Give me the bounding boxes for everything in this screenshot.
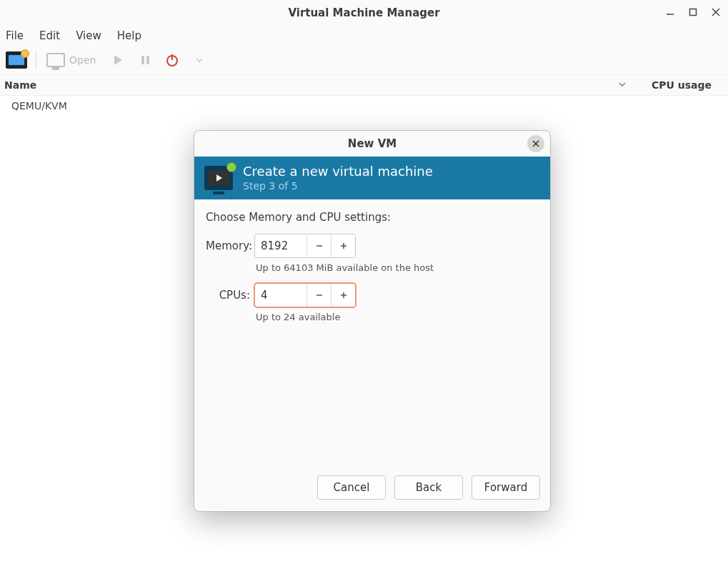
svg-marker-11 bbox=[216, 174, 222, 182]
memory-increment-button[interactable] bbox=[331, 234, 355, 257]
section-label: Choose Memory and CPU settings: bbox=[206, 211, 539, 224]
column-sort-indicator[interactable] bbox=[618, 79, 627, 91]
memory-hint: Up to 64103 MiB available on the host bbox=[254, 261, 539, 280]
monitor-icon bbox=[46, 53, 65, 67]
menu-file[interactable]: File bbox=[6, 29, 24, 42]
column-name-header[interactable]: Name bbox=[4, 79, 36, 91]
minimize-button[interactable] bbox=[664, 6, 677, 19]
svg-rect-5 bbox=[141, 56, 144, 64]
connection-name: QEMU/KVM bbox=[11, 100, 67, 112]
forward-button[interactable]: Forward bbox=[472, 475, 540, 500]
new-vm-icon bbox=[6, 51, 27, 69]
connection-row[interactable]: QEMU/KVM bbox=[0, 96, 728, 116]
menu-help[interactable]: Help bbox=[117, 29, 141, 42]
run-button[interactable] bbox=[106, 49, 130, 71]
chevron-down-icon bbox=[195, 56, 204, 64]
dialog-titlebar: New VM bbox=[194, 131, 550, 157]
cpus-decrement-button[interactable] bbox=[306, 284, 331, 307]
window-title: Virtual Machine Manager bbox=[288, 6, 439, 19]
cpus-spinbox[interactable] bbox=[254, 283, 356, 307]
menu-edit[interactable]: Edit bbox=[39, 29, 60, 42]
banner-step: Step 3 of 5 bbox=[243, 180, 433, 193]
cpus-input[interactable] bbox=[255, 284, 306, 307]
play-icon bbox=[111, 54, 124, 66]
new-vm-dialog: New VM Create a new virtual machine Step… bbox=[194, 130, 551, 512]
dialog-title: New VM bbox=[348, 137, 397, 150]
dialog-close-button[interactable] bbox=[527, 135, 544, 152]
minus-icon bbox=[315, 291, 324, 300]
dialog-body: Choose Memory and CPU settings: Memory: … bbox=[194, 199, 550, 471]
minus-icon bbox=[315, 242, 324, 250]
pause-icon bbox=[139, 54, 151, 66]
svg-rect-1 bbox=[690, 9, 697, 16]
toolbar: Open bbox=[0, 46, 728, 74]
memory-label: Memory: bbox=[206, 239, 254, 252]
memory-input[interactable] bbox=[255, 234, 306, 257]
cpus-hint: Up to 24 available bbox=[254, 310, 539, 330]
main-titlebar: Virtual Machine Manager bbox=[0, 0, 728, 26]
cpus-increment-button[interactable] bbox=[331, 284, 355, 307]
memory-spinbox[interactable] bbox=[254, 234, 356, 258]
close-icon bbox=[532, 140, 539, 147]
column-cpu-header[interactable]: CPU usage bbox=[635, 79, 728, 91]
menu-view[interactable]: View bbox=[76, 29, 101, 42]
dialog-footer: Cancel Back Forward bbox=[194, 471, 550, 511]
shutdown-button[interactable] bbox=[160, 49, 184, 71]
open-console-button[interactable] bbox=[44, 49, 68, 71]
plus-icon bbox=[339, 242, 348, 250]
cancel-button[interactable]: Cancel bbox=[317, 475, 386, 500]
pause-button[interactable] bbox=[133, 49, 157, 71]
maximize-button[interactable] bbox=[687, 6, 699, 19]
svg-marker-4 bbox=[114, 55, 122, 65]
shutdown-menu-button[interactable] bbox=[187, 49, 211, 71]
create-vm-icon bbox=[204, 166, 233, 190]
banner-heading: Create a new virtual machine bbox=[243, 164, 433, 180]
new-vm-button[interactable] bbox=[4, 49, 29, 71]
chevron-down-icon bbox=[618, 80, 627, 89]
close-button[interactable] bbox=[709, 6, 722, 19]
back-button[interactable]: Back bbox=[394, 475, 463, 500]
plus-icon bbox=[339, 291, 348, 300]
cpus-label: CPUs: bbox=[206, 289, 254, 302]
memory-decrement-button[interactable] bbox=[306, 234, 331, 257]
dialog-banner: Create a new virtual machine Step 3 of 5 bbox=[194, 157, 550, 199]
open-label: Open bbox=[69, 54, 96, 66]
svg-rect-6 bbox=[146, 56, 149, 64]
columns-header: Name CPU usage bbox=[0, 74, 728, 96]
toolbar-separator bbox=[36, 51, 36, 69]
power-icon bbox=[165, 53, 179, 67]
menubar: File Edit View Help bbox=[0, 26, 728, 46]
